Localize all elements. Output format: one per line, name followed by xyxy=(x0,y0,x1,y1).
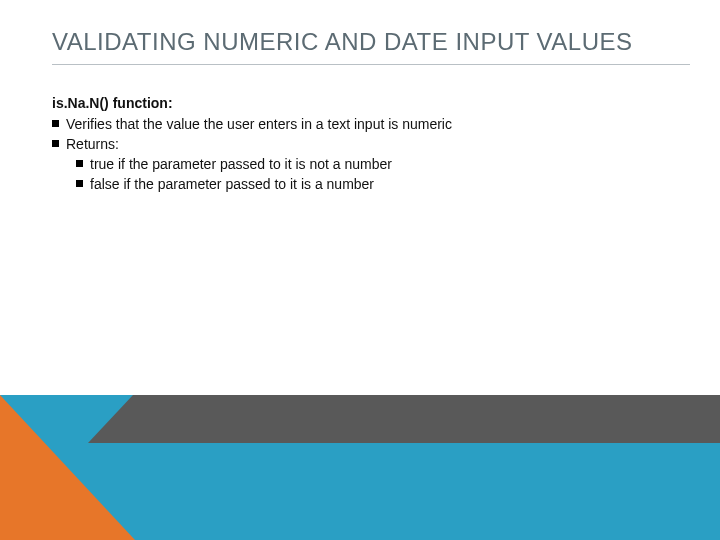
bullet-icon xyxy=(76,180,83,187)
slide: VALIDATING NUMERIC AND DATE INPUT VALUES… xyxy=(0,0,720,540)
bullet-text: Verifies that the value the user enters … xyxy=(66,115,452,134)
bullet-item: Verifies that the value the user enters … xyxy=(52,115,680,134)
bullet-icon xyxy=(76,160,83,167)
lead-text: is.Na.N() function: xyxy=(52,94,680,113)
bullet-item: Returns: xyxy=(52,135,680,154)
bullet-item: true if the parameter passed to it is no… xyxy=(76,155,680,174)
bullet-text: Returns: xyxy=(66,135,119,154)
bullet-text: true if the parameter passed to it is no… xyxy=(90,155,392,174)
footer-orange-shape xyxy=(0,395,135,540)
bullet-icon xyxy=(52,120,59,127)
bullet-icon xyxy=(52,140,59,147)
bullet-item: false if the parameter passed to it is a… xyxy=(76,175,680,194)
slide-title: VALIDATING NUMERIC AND DATE INPUT VALUES xyxy=(52,28,690,65)
bullet-text: false if the parameter passed to it is a… xyxy=(90,175,374,194)
decorative-footer xyxy=(0,395,720,540)
slide-content: is.Na.N() function: Verifies that the va… xyxy=(52,94,680,194)
